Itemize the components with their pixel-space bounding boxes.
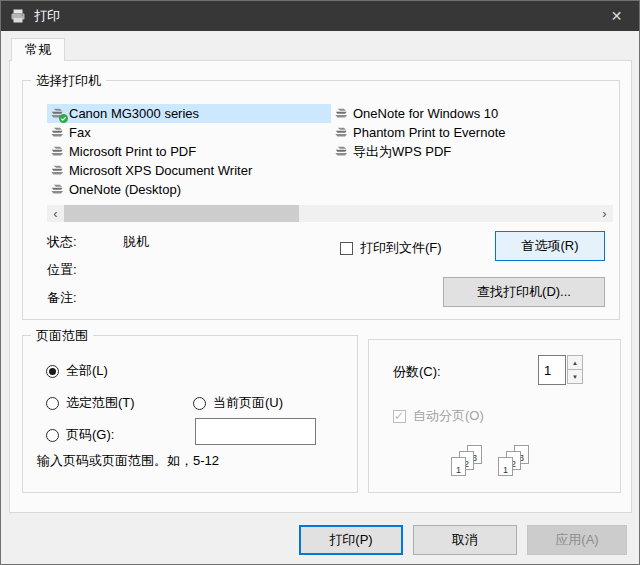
scroll-left-icon[interactable]: ‹ bbox=[47, 205, 64, 222]
collate-stack: 3 2 1 bbox=[451, 445, 491, 481]
page-range-hint: 输入页码或页面范围。如，5-12 bbox=[37, 452, 219, 470]
range-all-radio[interactable] bbox=[46, 365, 59, 378]
printer-item[interactable]: Canon MG3000 series bbox=[47, 104, 331, 123]
tab-page: 选择打印机 Canon MG3000 seriesFaxMicrosoft Pr… bbox=[9, 60, 632, 513]
printer-icon bbox=[49, 144, 66, 159]
range-selection-label: 选定范围(T) bbox=[66, 394, 135, 412]
printer-column-right: OneNote for Windows 10Phantom Print to E… bbox=[331, 104, 613, 199]
status-value: 脱机 bbox=[123, 233, 149, 251]
location-label: 位置: bbox=[47, 262, 77, 277]
status-row: 状态: 脱机 bbox=[47, 233, 77, 251]
print-to-file-option[interactable]: 打印到文件(F) bbox=[340, 239, 442, 257]
default-printer-check-icon bbox=[59, 114, 68, 123]
print-dialog: 打印 ✕ 常规 选择打印机 Canon MG3000 seriesFaxMicr… bbox=[0, 0, 640, 565]
tab-general[interactable]: 常规 bbox=[11, 38, 65, 61]
spinner-up-icon[interactable]: ▲ bbox=[567, 355, 583, 370]
printer-icon bbox=[333, 106, 350, 121]
printer-name: Phantom Print to Evernote bbox=[353, 125, 505, 140]
page-range-group: 页面范围 全部(L) 选定范围(T) 当前页面(U) 页码(G): 输入页码或页… bbox=[22, 335, 358, 493]
printer-item[interactable]: Phantom Print to Evernote bbox=[331, 123, 613, 142]
collate-option: 自动分页(O) bbox=[393, 407, 484, 425]
printer-name: 导出为WPS PDF bbox=[353, 143, 451, 161]
range-selection-radio[interactable] bbox=[46, 397, 59, 410]
status-label: 状态: bbox=[47, 234, 77, 249]
printer-name: Canon MG3000 series bbox=[69, 106, 199, 121]
pages-input[interactable] bbox=[195, 418, 316, 445]
scrollbar-track[interactable] bbox=[64, 205, 596, 222]
collate-checkbox bbox=[393, 410, 406, 423]
printer-name: OneNote (Desktop) bbox=[69, 182, 181, 197]
printer-list: Canon MG3000 seriesFaxMicrosoft Print to… bbox=[47, 104, 613, 199]
range-all-option[interactable]: 全部(L) bbox=[46, 362, 108, 380]
printer-column-left: Canon MG3000 seriesFaxMicrosoft Print to… bbox=[47, 104, 331, 199]
tab-general-label: 常规 bbox=[25, 41, 51, 59]
scroll-right-icon[interactable]: › bbox=[596, 205, 613, 222]
printer-icon bbox=[49, 125, 66, 140]
window-title: 打印 bbox=[34, 7, 60, 25]
copies-count[interactable]: 1 bbox=[538, 355, 566, 385]
close-button[interactable]: ✕ bbox=[594, 1, 639, 31]
printer-item[interactable]: Microsoft Print to PDF bbox=[47, 142, 331, 161]
comment-label: 备注: bbox=[47, 290, 77, 305]
copies-label-row: 份数(C): bbox=[393, 363, 441, 381]
range-selection-option[interactable]: 选定范围(T) bbox=[46, 394, 135, 412]
collate-label: 自动分页(O) bbox=[413, 407, 484, 425]
select-printer-group-title: 选择打印机 bbox=[31, 72, 106, 90]
printer-name: Fax bbox=[69, 125, 91, 140]
collate-icon: 3 2 1 3 2 1 bbox=[451, 445, 538, 481]
printer-name: OneNote for Windows 10 bbox=[353, 106, 498, 121]
range-current-radio[interactable] bbox=[193, 397, 206, 410]
comment-row: 备注: bbox=[47, 289, 77, 307]
location-row: 位置: bbox=[47, 261, 77, 279]
print-to-file-label: 打印到文件(F) bbox=[360, 239, 442, 257]
collate-stack: 3 2 1 bbox=[498, 445, 538, 481]
range-pages-option[interactable]: 页码(G): bbox=[46, 426, 114, 444]
titlebar: 打印 ✕ bbox=[1, 1, 639, 31]
print-to-file-checkbox[interactable] bbox=[340, 242, 353, 255]
apply-button: 应用(A) bbox=[527, 525, 627, 555]
printer-item[interactable]: OneNote (Desktop) bbox=[47, 180, 331, 199]
copies-group: 份数(C): 1 ▲ ▼ 自动分页(O) 3 2 1 3 bbox=[368, 339, 621, 493]
printer-icon bbox=[333, 144, 350, 159]
range-pages-label: 页码(G): bbox=[66, 426, 114, 444]
printer-icon bbox=[49, 182, 66, 197]
printer-item[interactable]: OneNote for Windows 10 bbox=[331, 104, 613, 123]
printer-icon bbox=[333, 125, 350, 140]
printer-name: Microsoft Print to PDF bbox=[69, 144, 196, 159]
page-range-group-title: 页面范围 bbox=[31, 327, 93, 345]
printer-item[interactable]: Microsoft XPS Document Writer bbox=[47, 161, 331, 180]
printer-item[interactable]: Fax bbox=[47, 123, 331, 142]
printer-list-hscrollbar[interactable]: ‹ › bbox=[47, 205, 613, 222]
copies-spinner: 1 ▲ ▼ bbox=[538, 355, 583, 385]
cancel-button[interactable]: 取消 bbox=[413, 525, 517, 555]
printer-title-icon bbox=[10, 8, 26, 24]
range-current-label: 当前页面(U) bbox=[213, 394, 283, 412]
scrollbar-thumb[interactable] bbox=[64, 205, 299, 222]
print-button[interactable]: 打印(P) bbox=[299, 525, 403, 555]
find-printer-button[interactable]: 查找打印机(D)... bbox=[443, 277, 605, 307]
printer-icon bbox=[49, 163, 66, 178]
printer-item[interactable]: 导出为WPS PDF bbox=[331, 142, 613, 161]
copies-label: 份数(C): bbox=[393, 363, 441, 381]
select-printer-group: 选择打印机 Canon MG3000 seriesFaxMicrosoft Pr… bbox=[22, 80, 620, 320]
printer-icon bbox=[49, 106, 66, 121]
preferences-button[interactable]: 首选项(R) bbox=[495, 231, 605, 261]
range-pages-radio[interactable] bbox=[46, 429, 59, 442]
spinner-down-icon[interactable]: ▼ bbox=[567, 369, 583, 384]
printer-name: Microsoft XPS Document Writer bbox=[69, 163, 252, 178]
range-current-option[interactable]: 当前页面(U) bbox=[193, 394, 283, 412]
range-all-label: 全部(L) bbox=[66, 362, 108, 380]
